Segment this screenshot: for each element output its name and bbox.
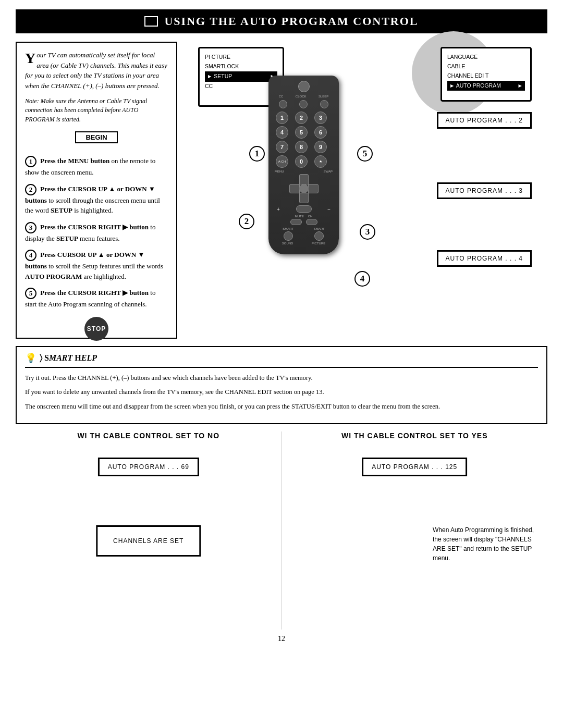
ap-screen-channeledit: CHANNEL EDI T (447, 71, 525, 81)
screen-item-cc: CC (205, 82, 277, 91)
dpad-up[interactable] (299, 174, 309, 184)
ch-button[interactable] (296, 205, 312, 213)
cable-no-column: WI TH CABLE CONTROL SET TO NO AUTO PROGR… (16, 431, 282, 630)
num-2-button[interactable]: 2 (295, 112, 308, 124)
auto-program-screen: LANGUAGE CABLE CHANNEL EDI T ► AUTO PROG… (440, 47, 532, 102)
step-overlay-4: 4 (354, 271, 370, 287)
cable-no-header: WI TH CABLE CONTROL SET TO NO (16, 431, 282, 440)
sleep-button[interactable] (320, 100, 328, 108)
first-letter: Y (25, 51, 35, 66)
intro-paragraph: Y our TV can automatically set itself fo… (25, 50, 168, 91)
smart-help-para-2: If you want to delete any unwanted chann… (25, 387, 538, 397)
ch-label: CH (308, 215, 313, 218)
smart-help-header: 💡 SMART SMART HELP 〉 SMART HELP (25, 352, 538, 368)
num-8-button[interactable]: 8 (295, 141, 308, 153)
smart-help-full-title: 〉 SMART HELP (40, 353, 97, 363)
clock-label: CLOCK (296, 95, 307, 98)
dpad-center (299, 184, 309, 193)
num-9-button[interactable]: 9 (314, 141, 327, 153)
stop-button[interactable]: STOP (84, 317, 108, 341)
step-overlay-2: 2 (239, 214, 254, 229)
intro-text: our TV can automatically set itself for … (25, 51, 167, 90)
cable-yes-header: WI TH CABLE CONTROL SET TO YES (282, 431, 548, 440)
ap-screen-cable: CABLE (447, 62, 525, 71)
ap-screen-69: AUTO PROGRAM . . . 69 (98, 458, 199, 476)
step-overlay-3: 3 (360, 224, 375, 240)
screen-item-picture: PI CTURE (205, 53, 277, 62)
ap-screen-125: AUTO PROGRAM . . . 125 (362, 458, 467, 476)
smart-picture-button[interactable] (314, 231, 324, 241)
cc-label: CC (279, 95, 284, 98)
step-3: 3 Press the CURSOR RIGHT ▶ button to dis… (25, 222, 168, 244)
ap-screen-3: AUTO PROGRAM . . . 3 (437, 182, 532, 199)
channels-set-screen: CHANNELS ARE SET (96, 525, 201, 557)
step-1: 1 Press the MENU button on the remote to… (25, 156, 168, 178)
ap-screen-autoprogram-highlight: ► AUTO PROGRAM ► (447, 81, 525, 91)
sound-label: SOUND (282, 242, 293, 245)
instruction-panel: Y our TV can automatically set itself fo… (16, 42, 177, 339)
begin-label: BEGIN (75, 131, 117, 143)
smart-sound-button[interactable] (284, 231, 293, 241)
clock-button[interactable] (299, 100, 308, 108)
final-note: When Auto Programming is finished, the s… (433, 525, 537, 563)
ap-screen-4: AUTO PROGRAM . . . 4 (437, 250, 532, 267)
num-1-button[interactable]: 1 (276, 112, 288, 124)
smart-help-para-3: The onscreen menu will time out and disa… (25, 402, 538, 412)
step-5: 5 Press the CURSOR RIGHT ▶ button to sta… (25, 288, 168, 310)
step-2: 2 Press the CURSOR UP ▲ or DOWN ▼ button… (25, 184, 168, 216)
ch-minus-button[interactable] (306, 219, 317, 225)
ap-screen-language: LANGUAGE (447, 53, 525, 62)
screen-item-smartlock: SMARTLOCK (205, 62, 277, 71)
ach-button[interactable]: A·CH (276, 155, 288, 168)
dpad[interactable] (289, 174, 319, 203)
smart-help-body: Try it out. Press the CHANNEL (+), (–) b… (25, 373, 538, 412)
page-number: 12 (16, 635, 547, 643)
bottom-diagrams: WI TH CABLE CONTROL SET TO NO AUTO PROGR… (16, 431, 547, 630)
swap-label: SWAP (324, 170, 333, 173)
title-bar: USING THE AUTO PROGRAM CONTROL (16, 9, 547, 33)
num-0-button[interactable]: 0 (295, 155, 308, 168)
step-overlay-1: 1 (249, 146, 265, 162)
num-7-button[interactable]: 7 (276, 141, 288, 153)
smart-help-para-1: Try it out. Press the CHANNEL (+), (–) b… (25, 373, 538, 383)
picture-label: PICTURE (312, 242, 325, 245)
num-4-button[interactable]: 4 (276, 126, 288, 139)
menu-label: MENU (275, 170, 284, 173)
num-5-button[interactable]: 5 (295, 126, 308, 139)
star-button[interactable]: ★ (314, 155, 327, 168)
power-button[interactable] (298, 81, 310, 92)
dpad-right[interactable] (308, 184, 319, 193)
cc-button[interactable] (279, 100, 287, 108)
screen-item-setup-highlight: ► SETUP ► (205, 71, 277, 82)
remote-control: CC CLOCK SLEEP 1 2 3 4 (268, 76, 339, 254)
dpad-left[interactable] (289, 184, 300, 193)
page-title: USING THE AUTO PROGRAM CONTROL (164, 15, 418, 28)
plus-label: + (277, 206, 280, 212)
ap-screen-2: AUTO PROGRAM . . . 2 (437, 112, 532, 129)
num-3-button[interactable]: 3 (314, 112, 327, 124)
diagram-area: PI CTURE SMARTLOCK ► SETUP ► CC LANGUAGE… (177, 42, 547, 339)
smart-help-section: 💡 SMART SMART HELP 〉 SMART HELP Try it o… (16, 346, 547, 424)
mute-button[interactable] (290, 219, 302, 225)
sleep-label: SLEEP (319, 95, 328, 98)
smart-label: SMART (283, 227, 293, 230)
title-box-icon (144, 16, 158, 27)
cable-yes-column: WI TH CABLE CONTROL SET TO YES AUTO PROG… (282, 431, 548, 630)
minus-label: − (327, 206, 331, 212)
num-6-button[interactable]: 6 (314, 126, 327, 139)
smart2-label: SMART (314, 227, 325, 230)
lightbulb-icon: 💡 (25, 352, 36, 364)
note-text: Note: Make sure the Antenna or Cable TV … (25, 97, 168, 124)
step-overlay-5: 5 (357, 146, 373, 162)
step-4: 4 Press CURSOR UP ▲ or DOWN ▼ buttons to… (25, 250, 168, 281)
dpad-down[interactable] (299, 193, 309, 203)
mute-label: MUTE (295, 215, 304, 218)
